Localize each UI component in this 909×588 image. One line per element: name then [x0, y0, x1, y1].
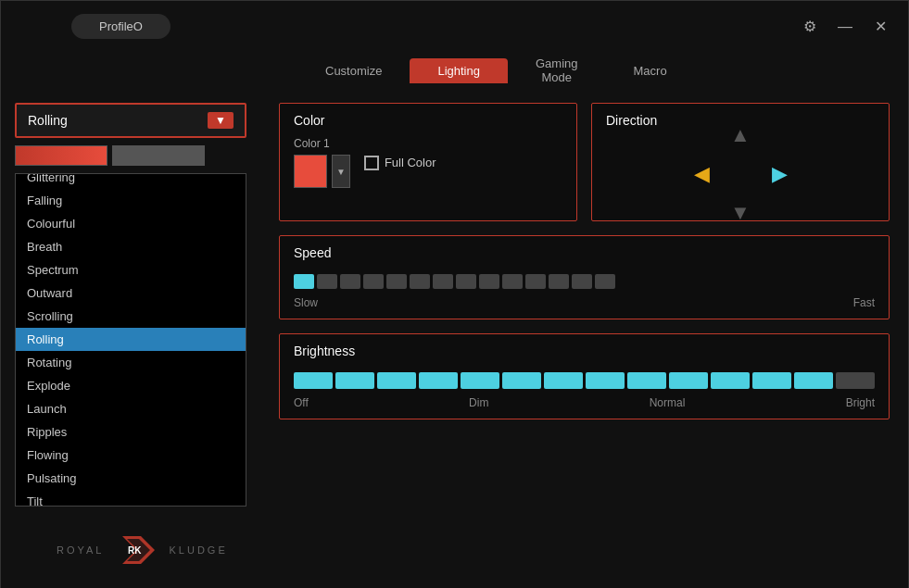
title-bar: ProfileO ⚙ — ✕ — [1, 1, 908, 52]
speed-dot[interactable] — [317, 274, 337, 289]
tab-gaming-mode[interactable]: Gaming Mode — [508, 51, 606, 90]
dir-empty-2 — [761, 117, 798, 154]
speed-dot[interactable] — [549, 274, 569, 289]
speed-dot[interactable] — [525, 274, 546, 289]
color1-label: Color 1 — [294, 137, 350, 150]
speed-dot[interactable] — [386, 274, 407, 289]
selected-effect-label: Rolling — [28, 113, 68, 128]
tab-customize[interactable]: Customize — [297, 58, 410, 83]
effect-item[interactable]: Flowing — [16, 444, 246, 467]
brightness-dot[interactable] — [836, 372, 875, 389]
dir-empty-1 — [683, 117, 720, 154]
effect-item[interactable]: Explode — [16, 374, 246, 397]
tab-macro[interactable]: Macro — [606, 58, 695, 83]
speed-dot[interactable] — [433, 274, 453, 289]
brightness-labels: Off Dim Normal Bright — [294, 396, 875, 409]
brightness-dot[interactable] — [711, 372, 750, 389]
brightness-dot[interactable] — [419, 372, 458, 389]
brightness-bright-label: Bright — [846, 396, 875, 409]
color1-group: Color 1 ▼ — [294, 137, 350, 188]
effect-item[interactable]: Launch — [16, 397, 246, 420]
tab-lighting[interactable]: Lighting — [410, 58, 508, 83]
effect-dropdown-container: Rolling ▼ — [15, 103, 246, 138]
full-color-row: Full Color — [364, 156, 436, 170]
effect-item[interactable]: Falling — [16, 189, 246, 212]
brand-right: KLUDGE — [169, 544, 227, 556]
effect-item[interactable]: Tilt — [16, 490, 246, 506]
close-button[interactable]: ✕ — [867, 14, 893, 40]
direction-arrows: ▲ ◀ ▶ ▼ — [606, 137, 875, 211]
speed-dot[interactable] — [595, 274, 615, 289]
brightness-dot[interactable] — [586, 372, 625, 389]
minimize-button[interactable]: — — [832, 14, 858, 40]
effect-list-scroll[interactable]: StaticSingleOnSingleOffGlitteringFalling… — [16, 174, 246, 506]
brightness-dot[interactable] — [502, 372, 541, 389]
color-bar-red — [15, 145, 107, 166]
effect-item[interactable]: Glittering — [16, 174, 246, 189]
speed-dot[interactable] — [502, 274, 523, 289]
speed-dot[interactable] — [572, 274, 592, 289]
speed-labels: Slow Fast — [294, 296, 875, 309]
direction-down-button[interactable]: ▼ — [722, 194, 759, 231]
speed-dot[interactable] — [294, 274, 314, 289]
brand-left: ROYAL — [57, 544, 104, 556]
settings-button[interactable]: ⚙ — [797, 14, 823, 40]
dropdown-arrow-icon: ▼ — [208, 112, 234, 129]
dir-empty-3 — [683, 194, 720, 231]
brightness-title: Brightness — [294, 344, 875, 358]
full-color-checkbox[interactable] — [364, 156, 379, 170]
direction-up-button[interactable]: ▲ — [722, 117, 759, 154]
brightness-off-label: Off — [294, 396, 309, 409]
brightness-dot[interactable] — [794, 372, 833, 389]
content-area: Rolling ▼ StaticSingleOnSingleOffGlitter… — [1, 89, 908, 588]
rk-logo: RK — [113, 532, 159, 569]
close-icon: ✕ — [875, 18, 887, 35]
settings-icon: ⚙ — [803, 18, 816, 35]
brightness-dot[interactable] — [294, 372, 333, 389]
profile-name: ProfileO — [99, 19, 143, 33]
brightness-dot[interactable] — [544, 372, 583, 389]
color-section: Color Color 1 ▼ Full Color — [279, 103, 577, 221]
effect-item[interactable]: Rolling — [16, 328, 246, 351]
speed-dot[interactable] — [363, 274, 384, 289]
color1-dropdown-arrow[interactable]: ▼ — [332, 155, 350, 188]
speed-section: Speed Slow Fast — [279, 235, 890, 319]
speed-slider-row — [294, 269, 875, 294]
effect-dropdown[interactable]: Rolling ▼ — [15, 103, 246, 138]
minimize-icon: — — [838, 19, 852, 35]
brightness-dot[interactable] — [377, 372, 416, 389]
color-bar-gray — [112, 145, 205, 166]
brightness-normal-label: Normal — [650, 396, 686, 409]
direction-right-button[interactable]: ▶ — [761, 156, 798, 193]
brightness-dot[interactable] — [627, 372, 666, 389]
speed-fast-label: Fast — [853, 296, 875, 309]
brand-footer: ROYAL RK KLUDGE — [57, 532, 228, 569]
direction-left-button[interactable]: ◀ — [683, 156, 720, 193]
brightness-slider-row — [294, 368, 875, 394]
speed-dot[interactable] — [456, 274, 476, 289]
effect-item[interactable]: Rotating — [16, 351, 246, 374]
effect-item[interactable]: Breath — [16, 235, 246, 258]
brightness-dim-label: Dim — [469, 396, 488, 409]
effect-item[interactable]: Scrolling — [16, 305, 246, 328]
sidebar: Rolling ▼ StaticSingleOnSingleOffGlitter… — [1, 89, 260, 588]
speed-dot[interactable] — [410, 274, 430, 289]
profile-badge: ProfileO — [71, 14, 170, 39]
color-bar-row — [15, 143, 246, 169]
speed-title: Speed — [294, 245, 875, 260]
brightness-section: Brightness Off Dim Normal Bright — [279, 333, 890, 419]
speed-slow-label: Slow — [294, 296, 318, 309]
speed-dot[interactable] — [479, 274, 499, 289]
brightness-dot[interactable] — [669, 372, 708, 389]
color1-swatch[interactable] — [294, 155, 327, 188]
effect-item[interactable]: Outward — [16, 281, 246, 305]
dir-center — [722, 156, 759, 193]
effect-item[interactable]: Pulsating — [16, 467, 246, 490]
speed-dot[interactable] — [340, 274, 360, 289]
brightness-dot[interactable] — [752, 372, 791, 389]
brightness-dot[interactable] — [461, 372, 499, 389]
brightness-dot[interactable] — [335, 372, 374, 389]
effect-item[interactable]: Spectrum — [16, 258, 246, 281]
effect-item[interactable]: Ripples — [16, 420, 246, 444]
effect-item[interactable]: Colourful — [16, 212, 246, 235]
